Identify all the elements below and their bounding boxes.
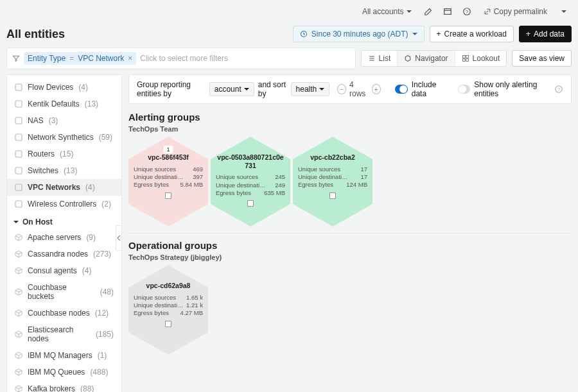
sidebar-item[interactable]: Switches (13) bbox=[7, 162, 121, 179]
save-as-view-button[interactable]: Save as view bbox=[512, 50, 572, 67]
sidebar-item-count: (273) bbox=[93, 250, 111, 259]
svg-rect-9 bbox=[15, 84, 22, 90]
group-by-label: Group reporting entities by bbox=[137, 80, 206, 98]
filter-icon bbox=[12, 55, 20, 62]
show-alerting-toggle[interactable] bbox=[458, 85, 471, 94]
sidebar-item[interactable]: Couchbase buckets (48) bbox=[7, 279, 121, 305]
stat-key: Egress bytes bbox=[298, 181, 333, 189]
sidebar-item-label: NAS bbox=[28, 116, 44, 125]
entity-checkbox[interactable] bbox=[165, 321, 171, 327]
sidebar-item[interactable]: Kafka brokers (88) bbox=[7, 380, 121, 392]
sidebar-item[interactable]: Flow Devices (4) bbox=[7, 79, 121, 96]
entity-checkbox[interactable] bbox=[329, 192, 336, 199]
checkbox-icon bbox=[15, 117, 22, 124]
stat-value: 469 bbox=[193, 166, 203, 173]
cube-icon bbox=[15, 368, 22, 376]
sidebar-item[interactable]: Wireless Controllers (2) bbox=[7, 196, 121, 212]
alerting-group-name: TechOps Team bbox=[128, 125, 572, 133]
stat-key: Egress bytes bbox=[134, 181, 169, 189]
svg-rect-13 bbox=[15, 151, 22, 157]
show-alerting-label: Show only alerting entities bbox=[474, 80, 541, 98]
help-icon[interactable]: ? bbox=[459, 4, 475, 19]
sidebar-item-count: (4) bbox=[82, 266, 92, 275]
sidebar-item[interactable]: Elasticsearch nodes (185) bbox=[7, 321, 121, 347]
rows-increase-button[interactable]: + bbox=[372, 84, 381, 94]
sidebar-section-on-host[interactable]: On Host bbox=[7, 212, 121, 229]
svg-rect-12 bbox=[15, 134, 22, 141]
entity-hex[interactable]: vpc-cd62a9a8Unique sources1.65 kUnique d… bbox=[128, 265, 208, 355]
svg-text:?: ? bbox=[557, 87, 560, 92]
sidebar-item[interactable]: Couchbase nodes (12) bbox=[7, 305, 121, 321]
filter-chip-entity-type[interactable]: Entity Type = VPC Network × bbox=[24, 52, 136, 65]
sidebar-collapse-button[interactable] bbox=[116, 225, 122, 251]
add-data-label: Add data bbox=[534, 30, 565, 38]
view-list[interactable]: List bbox=[362, 51, 398, 66]
sort-by-label: and sort by bbox=[258, 80, 287, 98]
rows-decrease-button[interactable]: − bbox=[337, 84, 346, 94]
add-data-button[interactable]: + Add data bbox=[519, 26, 572, 42]
more-icon[interactable] bbox=[556, 4, 572, 19]
sidebar-item[interactable]: VPC Networks (4) bbox=[7, 179, 121, 196]
help-icon[interactable]: ? bbox=[554, 83, 563, 95]
sidebar-item-label: Cassandra nodes bbox=[28, 250, 88, 259]
entity-hex[interactable]: vpc-cb22cba2Unique sources17Unique desti… bbox=[293, 137, 372, 226]
cube-icon bbox=[15, 267, 22, 275]
entity-hex[interactable]: vpc-0503a880721c0e731Unique sources245Un… bbox=[211, 137, 290, 226]
sidebar-item-label: Kentik Defaults bbox=[28, 99, 80, 108]
entity-hex[interactable]: 1vpc-586f453fUnique sources469Unique des… bbox=[128, 137, 208, 226]
stat-key: Unique sources bbox=[216, 173, 258, 181]
sidebar-section-label: On Host bbox=[22, 217, 53, 226]
view-lookout[interactable]: Lookout bbox=[455, 51, 507, 66]
operational-group-name: TechOps Strategy (jbiggley) bbox=[128, 253, 572, 261]
svg-rect-6 bbox=[466, 56, 468, 58]
chevron-down-icon bbox=[412, 33, 417, 35]
view-navigator-label: Navigator bbox=[415, 54, 448, 63]
page-title: All entities bbox=[6, 28, 65, 41]
entity-name: vpc-586f453f bbox=[134, 153, 203, 162]
create-workload-button[interactable]: + Create a workload bbox=[430, 26, 514, 42]
include-data-toggle[interactable] bbox=[395, 85, 408, 94]
chip-remove-icon[interactable]: × bbox=[128, 54, 132, 63]
account-selector-label: All accounts bbox=[362, 7, 404, 16]
chevron-left-icon bbox=[117, 235, 121, 241]
sidebar-item[interactable]: IBM MQ Managers (1) bbox=[7, 347, 121, 364]
sidebar-item[interactable]: IBM MQ Queues (488) bbox=[7, 364, 121, 380]
view-navigator[interactable]: Navigator bbox=[397, 51, 454, 66]
filter-bar[interactable]: Entity Type = VPC Network × Click to sel… bbox=[6, 47, 356, 69]
sidebar-item[interactable]: Routers (15) bbox=[7, 146, 121, 162]
svg-rect-11 bbox=[15, 117, 22, 124]
sidebar-item-label: Couchbase buckets bbox=[28, 283, 95, 301]
grid-icon bbox=[462, 55, 469, 62]
sidebar-item[interactable]: Apache servers (9) bbox=[7, 229, 121, 246]
stat-value: 1.65 k bbox=[186, 294, 203, 302]
stat-value: 635 MB bbox=[264, 189, 285, 197]
sidebar: Flow Devices (4)Kentik Defaults (13)NAS … bbox=[6, 74, 122, 392]
group-by-select[interactable]: account bbox=[209, 82, 254, 96]
checkbox-icon bbox=[15, 83, 22, 91]
sidebar-item-count: (48) bbox=[100, 287, 114, 296]
stat-value: 5.84 MB bbox=[180, 181, 203, 189]
operational-groups-title: Operational groups bbox=[128, 240, 572, 251]
stat-key: Unique destinati… bbox=[134, 173, 184, 181]
entity-checkbox[interactable] bbox=[247, 200, 254, 207]
time-range-picker[interactable]: Since 30 minutes ago (ADT) bbox=[293, 26, 425, 42]
sidebar-item-count: (15) bbox=[60, 149, 73, 158]
plus-icon: + bbox=[437, 30, 441, 38]
copy-permalink-button[interactable]: Copy permalink bbox=[478, 4, 552, 19]
edit-icon[interactable] bbox=[421, 4, 436, 19]
sidebar-item-count: (88) bbox=[80, 384, 94, 392]
navigator-icon bbox=[404, 55, 412, 62]
sort-by-select[interactable]: health bbox=[291, 82, 330, 96]
sidebar-item[interactable]: Consul agents (4) bbox=[7, 262, 121, 279]
entity-checkbox[interactable] bbox=[165, 192, 171, 199]
stat-key: Unique destinati… bbox=[216, 182, 266, 189]
account-selector[interactable]: All accounts bbox=[357, 4, 417, 19]
sidebar-item[interactable]: Network Synthetics (59) bbox=[7, 129, 121, 146]
sidebar-item[interactable]: NAS (3) bbox=[7, 112, 121, 129]
sort-by-value: health bbox=[296, 85, 317, 94]
sidebar-item[interactable]: Kentik Defaults (13) bbox=[7, 96, 121, 112]
alerting-groups-title: Alerting groups bbox=[128, 112, 572, 123]
panel-icon[interactable] bbox=[440, 4, 455, 19]
clock-icon bbox=[300, 30, 308, 38]
sidebar-item[interactable]: Cassandra nodes (273) bbox=[7, 246, 121, 262]
